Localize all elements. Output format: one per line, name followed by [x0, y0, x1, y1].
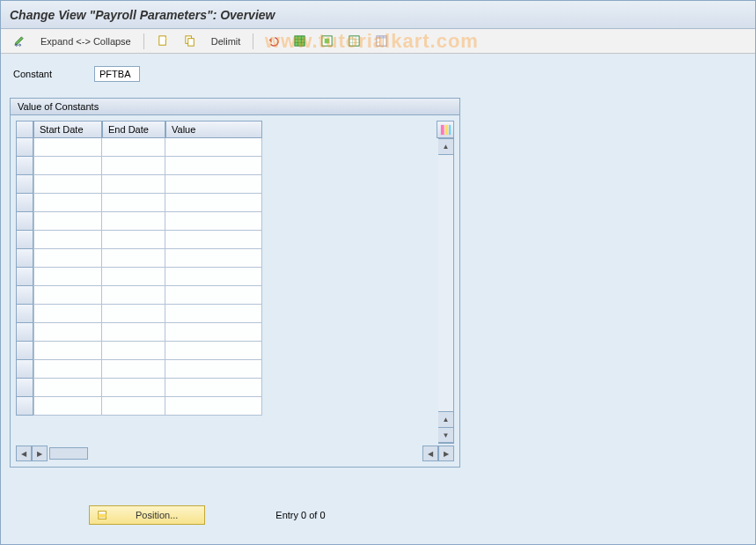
scroll-left-end-button[interactable]: ◀: [422, 446, 438, 461]
table-row[interactable]: [33, 138, 438, 157]
cell[interactable]: [102, 286, 165, 305]
row-selector[interactable]: [16, 379, 33, 397]
table-row[interactable]: [33, 305, 438, 323]
cell[interactable]: [165, 305, 262, 323]
row-selector[interactable]: [16, 286, 33, 305]
cell[interactable]: [33, 249, 102, 268]
cell[interactable]: [33, 342, 102, 360]
table-settings-button[interactable]: [371, 32, 392, 50]
table-row[interactable]: [33, 379, 438, 397]
cell[interactable]: [165, 360, 262, 379]
table-row[interactable]: [33, 323, 438, 342]
table-row[interactable]: [33, 268, 438, 286]
table-configure-button[interactable]: [437, 121, 454, 138]
cell[interactable]: [102, 397, 165, 416]
scroll-left-button[interactable]: ◀: [16, 446, 32, 461]
table-row[interactable]: [33, 194, 438, 212]
change-mode-button[interactable]: [10, 32, 30, 50]
col-header-start-date[interactable]: Start Date: [33, 121, 102, 138]
row-selector[interactable]: [16, 249, 33, 268]
table-row[interactable]: [33, 286, 438, 305]
undo-button[interactable]: [262, 32, 283, 50]
table-row[interactable]: [33, 231, 438, 249]
row-selector[interactable]: [16, 138, 33, 157]
scroll-right-button[interactable]: ▶: [32, 446, 48, 461]
cell[interactable]: [102, 305, 165, 323]
scroll-up-button[interactable]: ▲: [438, 139, 453, 155]
cell[interactable]: [165, 157, 262, 175]
cell[interactable]: [102, 175, 165, 194]
cell[interactable]: [165, 323, 262, 342]
row-selector[interactable]: [16, 157, 33, 175]
cell[interactable]: [102, 342, 165, 360]
cell[interactable]: [102, 323, 165, 342]
cell[interactable]: [33, 268, 102, 286]
cell[interactable]: [33, 175, 102, 194]
position-button[interactable]: Position...: [89, 505, 205, 525]
cell[interactable]: [102, 212, 165, 231]
cell[interactable]: [102, 231, 165, 249]
table-row[interactable]: [33, 212, 438, 231]
select-block-button[interactable]: [317, 32, 337, 50]
col-header-end-date[interactable]: End Date: [102, 121, 165, 138]
row-selector[interactable]: [16, 212, 33, 231]
cell[interactable]: [102, 194, 165, 212]
scroll-page-up-button[interactable]: ▲: [438, 411, 453, 427]
cell[interactable]: [102, 138, 165, 157]
row-selector[interactable]: [16, 175, 33, 194]
table-row[interactable]: [33, 342, 438, 360]
cell[interactable]: [102, 360, 165, 379]
cell[interactable]: [165, 212, 262, 231]
cell[interactable]: [33, 286, 102, 305]
cell[interactable]: [102, 379, 165, 397]
cell[interactable]: [165, 249, 262, 268]
expand-collapse-button[interactable]: Expand <-> Collapse: [37, 33, 135, 49]
table-row[interactable]: [33, 397, 438, 416]
cell[interactable]: [165, 379, 262, 397]
new-entries-button[interactable]: [153, 32, 173, 50]
cell[interactable]: [165, 231, 262, 249]
row-selector[interactable]: [16, 268, 33, 286]
row-selector[interactable]: [16, 360, 33, 379]
cell[interactable]: [165, 397, 262, 416]
cell[interactable]: [33, 323, 102, 342]
scroll-right-end-button[interactable]: ▶: [438, 446, 454, 461]
table-row[interactable]: [33, 360, 438, 379]
cell[interactable]: [165, 342, 262, 360]
cell[interactable]: [33, 138, 102, 157]
cell[interactable]: [33, 305, 102, 323]
constant-value-field[interactable]: PFTBA: [94, 66, 140, 82]
cell[interactable]: [33, 231, 102, 249]
cell[interactable]: [33, 157, 102, 175]
row-selector[interactable]: [16, 231, 33, 249]
cell[interactable]: [33, 379, 102, 397]
row-selector[interactable]: [16, 305, 33, 323]
cell[interactable]: [102, 268, 165, 286]
cell[interactable]: [102, 249, 165, 268]
col-header-value[interactable]: Value: [165, 121, 262, 138]
cell[interactable]: [165, 138, 262, 157]
select-all-button[interactable]: [290, 32, 310, 50]
table-row[interactable]: [33, 157, 438, 175]
cell[interactable]: [33, 397, 102, 416]
horizontal-scrollbar[interactable]: ◀ ▶ ◀ ▶: [16, 446, 454, 461]
vertical-scrollbar[interactable]: ▲ ▲ ▼: [438, 138, 454, 444]
cell[interactable]: [165, 268, 262, 286]
cell[interactable]: [33, 212, 102, 231]
table-row[interactable]: [33, 249, 438, 268]
hscroll-thumb[interactable]: [49, 447, 88, 460]
row-selector[interactable]: [16, 323, 33, 342]
table-row[interactable]: [33, 175, 438, 194]
cell[interactable]: [102, 157, 165, 175]
row-selector[interactable]: [16, 342, 33, 360]
cell[interactable]: [33, 194, 102, 212]
row-selector[interactable]: [16, 397, 33, 416]
row-selector[interactable]: [16, 194, 33, 212]
copy-as-button[interactable]: [180, 32, 201, 50]
deselect-all-button[interactable]: [344, 32, 364, 50]
cell[interactable]: [33, 360, 102, 379]
cell[interactable]: [165, 175, 262, 194]
scroll-down-button[interactable]: ▼: [438, 427, 453, 443]
delimit-button[interactable]: Delimit: [208, 33, 245, 49]
cell[interactable]: [165, 194, 262, 212]
